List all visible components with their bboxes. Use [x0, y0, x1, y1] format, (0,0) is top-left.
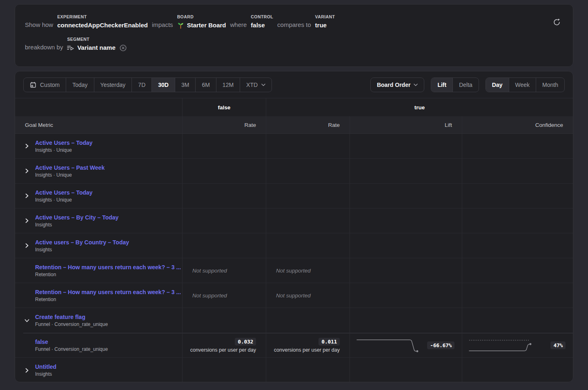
range-label: Yesterday	[100, 82, 126, 88]
false-rate-cell	[183, 159, 266, 183]
board-order-button[interactable]: Board Order	[370, 78, 424, 92]
lift-cell	[350, 283, 462, 308]
range-custom[interactable]: Custom	[24, 78, 66, 92]
metric-subtitle: Funnel · Conversion_rate_unique	[35, 321, 108, 327]
true-rate-cell	[266, 233, 350, 258]
metric-link[interactable]: Retention – How many users return each w…	[35, 264, 181, 270]
metric-link[interactable]: Active Users – Today	[35, 189, 93, 196]
granularity-week[interactable]: Week	[509, 78, 537, 92]
lift-delta-toggle: Lift Delta	[431, 78, 479, 92]
metric-link[interactable]: Untitled	[35, 363, 56, 370]
range-today[interactable]: Today	[66, 78, 94, 92]
true-rate-cell: Not supported	[266, 258, 350, 283]
range-label: 3M	[181, 82, 189, 88]
table-row: Retention – How many users return each w…	[15, 258, 573, 283]
range-12m[interactable]: 12M	[216, 78, 240, 92]
experiment-group[interactable]: EXPERIMENT connectedAppCheckerEnabled	[57, 14, 148, 29]
segment-label: SEGMENT	[67, 37, 126, 42]
range-7d[interactable]: 7D	[132, 78, 152, 92]
metric-link[interactable]: Active Users – Today	[35, 140, 93, 146]
true-rate-cell	[266, 358, 350, 382]
variant-group[interactable]: VARIANT true	[315, 14, 335, 29]
metric-subtitle: Insights	[35, 247, 129, 253]
experiment-value[interactable]: connectedAppCheckerEnabled	[57, 21, 148, 29]
not-supported-text: Not supported	[276, 292, 311, 299]
metric-subtitle: Insights	[35, 222, 118, 228]
true-rate-cell	[266, 159, 350, 183]
lift-sparkline	[356, 337, 421, 353]
chevron-right-icon[interactable]	[24, 368, 30, 373]
toggle-lift[interactable]: Lift	[431, 78, 453, 92]
board-label: BOARD	[177, 14, 226, 19]
chevron-down-icon[interactable]	[24, 318, 29, 324]
range-3m[interactable]: 3M	[175, 78, 196, 92]
confidence-cell	[462, 184, 573, 208]
range-yesterday[interactable]: Yesterday	[94, 78, 132, 92]
compares-to-text: compares to	[277, 21, 311, 29]
segment-value[interactable]: Variant name	[67, 44, 126, 52]
chevron-right-icon[interactable]	[24, 144, 30, 148]
false-rate-cell: 0.032 conversions per user per day	[183, 333, 266, 357]
toggle-delta[interactable]: Delta	[453, 78, 479, 92]
range-label: XTD	[246, 82, 258, 88]
lift-value: -66.67%	[427, 341, 454, 349]
table-row: Active users – By Country – Today Insigh…	[15, 233, 573, 258]
segment-name: Variant name	[77, 44, 115, 52]
date-range-control: Custom Today Yesterday 7D 30D 3M 6M 12M …	[23, 78, 272, 92]
variant-header-row: false true	[15, 98, 573, 116]
chevron-right-icon[interactable]	[24, 193, 30, 198]
toolbar: Custom Today Yesterday 7D 30D 3M 6M 12M …	[15, 71, 573, 98]
control-value[interactable]: false	[251, 21, 273, 29]
rate-unit: conversions per user per day	[274, 347, 340, 353]
chevron-right-icon[interactable]	[24, 243, 30, 248]
true-rate-cell	[266, 308, 350, 333]
refresh-icon[interactable]	[553, 18, 561, 26]
false-rate-cell	[183, 208, 266, 233]
chevron-down-icon	[261, 84, 265, 86]
control-group[interactable]: CONTROL false	[251, 14, 273, 29]
metric-link[interactable]: Create feature flag	[35, 314, 108, 320]
toolbar-right: Board Order Lift Delta Day Week Month	[370, 78, 565, 92]
lift-cell	[350, 159, 462, 183]
col-goal-metric: Goal Metric	[15, 116, 183, 133]
lift-cell	[350, 233, 462, 258]
lift-cell	[350, 358, 462, 382]
chevron-right-icon[interactable]	[24, 218, 30, 223]
confidence-sparkline	[468, 337, 533, 353]
granularity-day[interactable]: Day	[486, 78, 509, 92]
range-label: 30D	[158, 82, 169, 88]
range-xtd[interactable]: XTD	[240, 78, 272, 92]
filter-segment-icon	[67, 45, 74, 51]
variant-value[interactable]: true	[315, 21, 335, 29]
metric-link[interactable]: Active Users – Past Week	[35, 164, 105, 171]
col-false-rate: Rate	[183, 116, 266, 133]
col-confidence: Confidence	[462, 116, 573, 133]
confidence-cell	[462, 134, 573, 158]
false-rate-cell: Not supported	[183, 258, 266, 283]
rate-unit: conversions per user per day	[190, 347, 256, 353]
range-30d[interactable]: 30D	[152, 78, 175, 92]
metric-subtitle: Insights · Unique	[35, 197, 93, 203]
range-label: Today	[72, 82, 87, 88]
control-group-header: false	[183, 98, 266, 116]
lift-cell	[350, 184, 462, 208]
lift-cell	[350, 208, 462, 233]
range-label: 12M	[223, 82, 234, 88]
range-6m[interactable]: 6M	[196, 78, 216, 92]
board-group[interactable]: BOARD Starter Board	[177, 14, 226, 29]
metric-link[interactable]: Active Users – By City – Today	[35, 214, 118, 221]
metric-link[interactable]: false	[35, 339, 108, 345]
chevron-right-icon[interactable]	[24, 168, 30, 173]
metric-subtitle: Funnel · Conversion_rate_unique	[35, 346, 108, 352]
board-value[interactable]: Starter Board	[177, 21, 226, 29]
circle-x-icon[interactable]	[120, 44, 127, 51]
table-row: Retention – How many users return each w…	[15, 283, 573, 308]
not-supported-text: Not supported	[192, 292, 227, 299]
table-row: Untitled Insights	[15, 358, 573, 382]
metric-link[interactable]: Retention – How many users return each w…	[35, 289, 181, 295]
metric-subtitle: Insights	[35, 371, 56, 377]
granularity-month[interactable]: Month	[536, 78, 564, 92]
segment-group[interactable]: SEGMENT Variant name	[67, 37, 126, 52]
lift-cell: -66.67%	[350, 333, 462, 357]
metric-link[interactable]: Active users – By Country – Today	[35, 239, 129, 246]
